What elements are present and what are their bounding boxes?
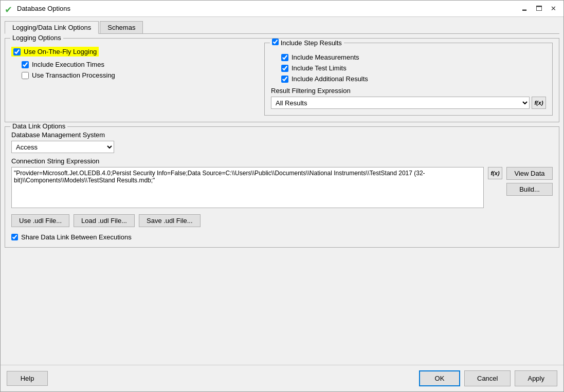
result-filter-fx-icon: f(x)	[534, 100, 543, 106]
data-link-section: Database Management System Access Connec…	[11, 131, 553, 241]
measurements-label: Include Measurements	[292, 53, 359, 61]
test-limits-row: Include Test Limits	[271, 64, 546, 72]
save-udl-button[interactable]: Save .udl File...	[139, 214, 201, 227]
measurements-checkbox[interactable]	[281, 54, 288, 61]
dbms-section: Database Management System Access	[11, 131, 553, 153]
test-limits-label: Include Test Limits	[292, 64, 347, 72]
window-title: Database Options	[17, 5, 70, 12]
result-filter-select[interactable]: All Results	[271, 97, 530, 109]
cancel-button[interactable]: Cancel	[464, 370, 511, 386]
step-results-title: Include Step Results	[270, 39, 344, 47]
exec-times-checkbox[interactable]	[22, 61, 29, 68]
conn-string-fx-icon: f(x)	[490, 170, 499, 176]
conn-string-fx-button[interactable]: f(x)	[488, 167, 502, 179]
additional-results-checkbox[interactable]	[281, 76, 288, 83]
content-area: Logging/Data Link Options Schemas Loggin…	[1, 17, 563, 365]
transaction-label: Use Transaction Processing	[32, 71, 115, 79]
step-results-checkbox[interactable]	[272, 39, 279, 45]
result-filter-section: Result Filtering Expression All Results …	[271, 87, 546, 109]
dbms-label: Database Management System	[11, 131, 553, 139]
share-data-link-row: Share Data Link Between Executions	[11, 233, 553, 241]
title-bar: ✔ Database Options 🗕 🗖 ✕	[1, 1, 563, 17]
title-bar-left: ✔ Database Options	[5, 4, 70, 13]
exec-times-label: Include Execution Times	[32, 61, 104, 68]
panels: Logging Options Use On-The-Fly Logging	[5, 38, 559, 361]
load-udl-button[interactable]: Load .udl File...	[74, 214, 135, 227]
logging-options-group: Logging Options Use On-The-Fly Logging	[5, 38, 559, 122]
dbms-select-row: Access	[11, 141, 553, 153]
main-window: ✔ Database Options 🗕 🗖 ✕ Logging/Data Li…	[0, 0, 564, 392]
data-link-title: Data Link Options	[10, 122, 67, 130]
otf-logging-label: Use On-The-Fly Logging	[24, 48, 97, 55]
tab-bar: Logging/Data Link Options Schemas	[5, 21, 559, 34]
logging-options-title: Logging Options	[10, 34, 63, 42]
close-button[interactable]: ✕	[547, 4, 559, 14]
dbms-select[interactable]: Access	[11, 141, 114, 153]
view-build-buttons: View Data Build...	[506, 167, 553, 196]
logging-left: Use On-The-Fly Logging Include Execution…	[11, 43, 258, 116]
conn-string-textarea[interactable]: "Provider=Microsoft.Jet.OLEDB.4.0;Persis…	[11, 167, 484, 208]
tab-schemas[interactable]: Schemas	[100, 21, 143, 33]
bottom-bar: Help OK Cancel Apply	[1, 365, 563, 391]
build-button[interactable]: Build...	[506, 183, 553, 196]
conn-string-buttons: f(x)	[488, 167, 502, 179]
data-link-group: Data Link Options Database Management Sy…	[5, 126, 559, 248]
transaction-row: Use Transaction Processing	[11, 71, 258, 79]
maximize-button[interactable]: 🗖	[533, 4, 545, 14]
ok-button[interactable]: OK	[419, 370, 460, 386]
help-button[interactable]: Help	[7, 371, 48, 386]
measurements-row: Include Measurements	[271, 53, 546, 61]
title-buttons: 🗕 🗖 ✕	[518, 4, 559, 14]
otf-logging-row: Use On-The-Fly Logging	[11, 47, 258, 57]
additional-results-row: Include Additional Results	[271, 75, 546, 83]
otf-logging-checkbox[interactable]	[13, 48, 21, 55]
view-data-button[interactable]: View Data	[506, 167, 553, 180]
conn-string-section: Connection String Expression "Provider=M…	[11, 157, 553, 208]
tab-logging[interactable]: Logging/Data Link Options	[5, 21, 99, 34]
app-icon: ✔	[5, 4, 14, 13]
apply-button[interactable]: Apply	[515, 370, 557, 386]
result-filter-label: Result Filtering Expression	[271, 87, 546, 95]
transaction-checkbox[interactable]	[22, 72, 29, 79]
step-results-group: Include Step Results Include Measurement…	[264, 43, 553, 116]
logging-options-row: Use On-The-Fly Logging Include Execution…	[11, 43, 553, 116]
share-data-link-checkbox[interactable]	[11, 234, 18, 240]
conn-string-label: Connection String Expression	[11, 157, 553, 165]
bottom-right-buttons: OK Cancel Apply	[419, 370, 557, 386]
share-data-link-label: Share Data Link Between Executions	[21, 233, 132, 241]
minimize-button[interactable]: 🗕	[518, 4, 531, 14]
additional-results-label: Include Additional Results	[292, 75, 368, 83]
use-udl-button[interactable]: Use .udl File...	[11, 214, 69, 227]
otf-logging-highlighted: Use On-The-Fly Logging	[11, 47, 99, 57]
test-limits-checkbox[interactable]	[281, 65, 288, 72]
exec-times-row: Include Execution Times	[11, 61, 258, 68]
conn-string-row: "Provider=Microsoft.Jet.OLEDB.4.0;Persis…	[11, 167, 553, 208]
result-filter-fx-button[interactable]: f(x)	[532, 97, 546, 109]
result-filter-input-row: All Results f(x)	[271, 97, 546, 109]
udl-buttons-row: Use .udl File... Load .udl File... Save …	[11, 214, 553, 227]
